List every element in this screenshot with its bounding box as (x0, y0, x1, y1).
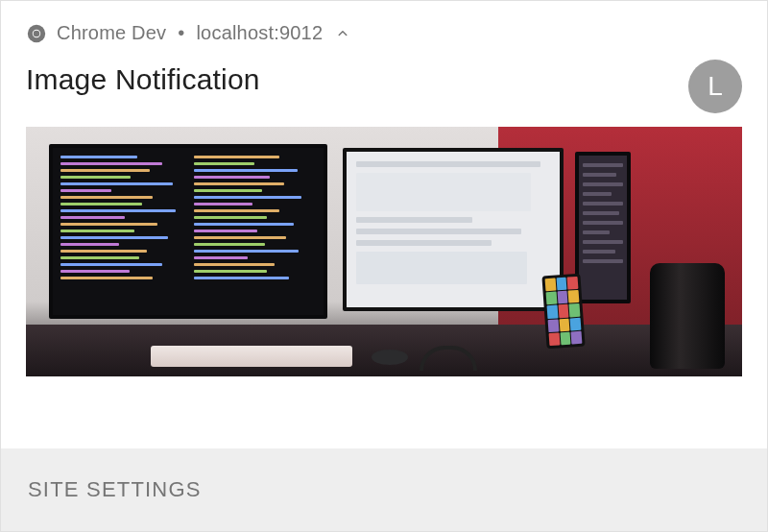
notification-image (26, 127, 742, 376)
monitor-center (343, 148, 564, 311)
notification-title: Image Notification (26, 63, 260, 96)
origin-text: localhost:9012 (196, 22, 323, 44)
avatar: L (688, 60, 742, 113)
monitor-left (49, 144, 327, 319)
separator-dot: • (178, 22, 184, 44)
avatar-initial: L (708, 71, 723, 102)
action-bar: SITE SETTINGS (1, 448, 767, 531)
notification-card: Chrome Dev • localhost:9012 Image Notifi… (1, 1, 767, 531)
site-settings-button[interactable]: SITE SETTINGS (28, 477, 740, 502)
svg-point-2 (34, 30, 40, 36)
app-name: Chrome Dev (57, 22, 166, 44)
notification-image-container (1, 113, 767, 396)
notification-header[interactable]: Chrome Dev • localhost:9012 (1, 1, 767, 50)
mouse (372, 350, 408, 365)
chevron-up-icon[interactable] (334, 25, 351, 42)
phone (541, 274, 585, 350)
keyboard (151, 346, 352, 367)
monitor-right (575, 152, 631, 303)
chrome-icon (26, 23, 47, 44)
title-row: Image Notification L (1, 50, 767, 113)
